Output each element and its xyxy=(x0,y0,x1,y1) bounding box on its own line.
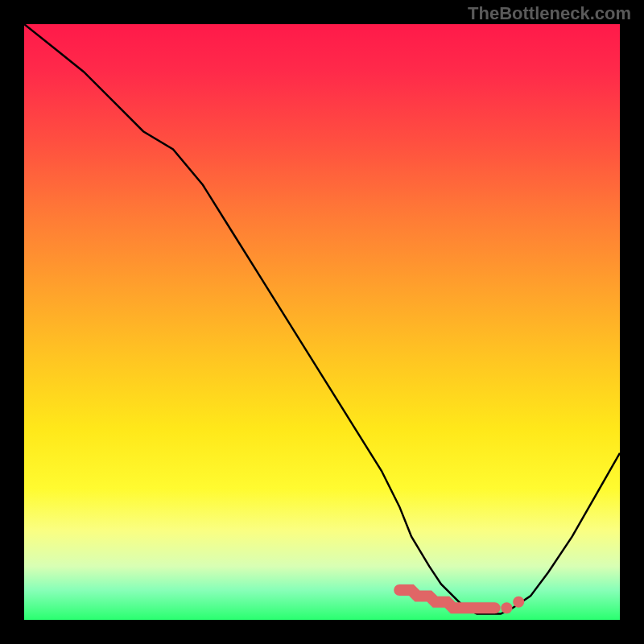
curve-layer xyxy=(24,24,620,620)
bottleneck-curve-path xyxy=(24,24,620,614)
chart-container: TheBottleneck.com xyxy=(0,0,644,644)
highlight-segment-path xyxy=(399,590,494,608)
highlight-dot-1 xyxy=(501,602,512,613)
highlight-dot-2 xyxy=(513,597,524,608)
watermark-text: TheBottleneck.com xyxy=(468,3,631,24)
plot-area xyxy=(24,24,620,620)
